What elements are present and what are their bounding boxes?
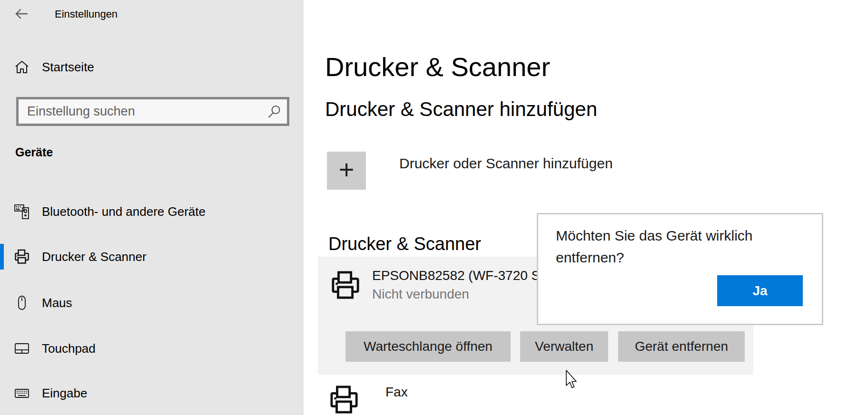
sidebar-item-label: Eingabe [42,386,87,401]
add-printer-label: Drucker oder Scanner hinzufügen [399,155,613,172]
search-input[interactable] [19,99,287,124]
sidebar-item-label: Startseite [42,60,94,75]
sidebar-item-mouse[interactable]: Maus [0,288,304,318]
printer-icon [331,270,360,300]
keyboard-icon [14,386,30,401]
remove-device-button[interactable]: Gerät entfernen [618,331,745,362]
printer-icon [14,249,30,264]
search-box [16,97,289,126]
sidebar-item-typing[interactable]: Eingabe [0,378,304,408]
settings-window: Einstellungen Startseite [0,0,868,415]
search-icon[interactable] [267,105,281,119]
sidebar-item-label: Maus [42,296,72,310]
plus-glyph: + [339,156,355,183]
touchpad-icon [14,341,30,356]
sidebar-section-heading: Geräte [15,145,53,159]
sidebar-item-home[interactable]: Startseite [0,52,304,82]
dialog-message: Möchten Sie das Gerät wirklich entfernen… [556,225,779,269]
devices-section-heading: Drucker & Scanner [328,234,481,254]
selection-indicator [0,244,4,270]
titlebar: Einstellungen [0,4,304,25]
open-queue-button[interactable]: Warteschlange öffnen [345,331,511,362]
sidebar-item-bluetooth-devices[interactable]: Bluetooth- und andere Geräte [0,197,304,226]
printer-name: EPSONB82582 (WF-3720 S [372,268,540,283]
printer-item-fax[interactable]: Fax [318,383,753,415]
confirm-yes-button[interactable]: Ja [717,275,803,306]
sidebar: Einstellungen Startseite [0,0,304,415]
sidebar-item-label: Touchpad [42,341,96,356]
mouse-icon [14,295,30,310]
add-section-heading: Drucker & Scanner hinzufügen [325,98,597,121]
sidebar-item-touchpad[interactable]: Touchpad [0,334,304,363]
sidebar-item-label: Bluetooth- und andere Geräte [42,204,206,219]
app-title: Einstellungen [55,8,118,20]
sidebar-item-printers-scanners[interactable]: Drucker & Scanner [0,242,304,271]
sidebar-item-label: Drucker & Scanner [42,250,147,264]
back-button[interactable] [14,8,29,20]
main-content: Drucker & Scanner Drucker & Scanner hinz… [304,0,868,415]
printer-name: Fax [385,385,408,400]
devices-icon [14,204,30,219]
page-title: Drucker & Scanner [325,51,550,82]
remove-device-dialog: Möchten Sie das Gerät wirklich entfernen… [537,213,823,325]
printer-icon [329,385,359,415]
plus-icon[interactable]: + [327,152,366,190]
manage-button[interactable]: Verwalten [520,331,608,362]
printer-status: Nicht verbunden [372,287,469,302]
home-icon [14,59,30,75]
